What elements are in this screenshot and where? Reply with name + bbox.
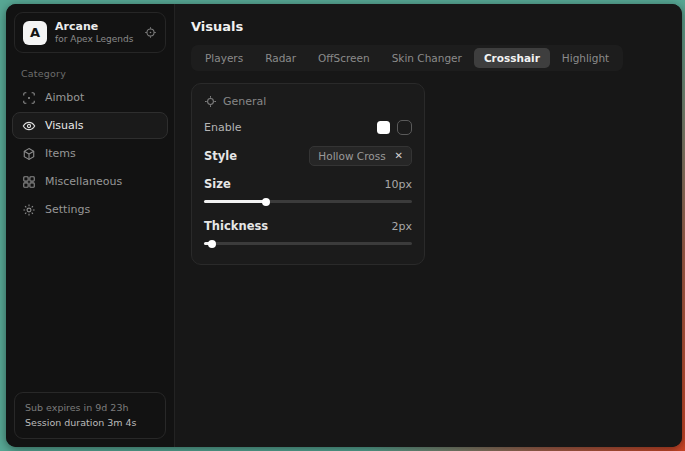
tab-bar: Players Radar OffScreen Skin Changer Cro…	[191, 45, 623, 71]
sidebar-item-label: Miscellaneous	[45, 175, 122, 188]
enable-label: Enable	[204, 121, 241, 134]
sidebar-item-settings[interactable]: Settings	[12, 196, 168, 223]
enable-controls	[377, 120, 412, 135]
general-panel: General Enable Style Hollow Cross ✕ Size	[191, 83, 425, 265]
slider-track	[204, 242, 412, 245]
enable-row: Enable	[204, 120, 412, 135]
subscription-card: Sub expires in 9d 23h Session duration 3…	[14, 392, 166, 439]
slider-thumb[interactable]	[262, 198, 270, 206]
crosshair-icon	[204, 95, 217, 108]
panel-header: General	[204, 95, 412, 108]
tab-skin-changer[interactable]: Skin Changer	[382, 48, 472, 68]
app-name: Arcane	[55, 20, 133, 34]
page-title: Visuals	[191, 19, 666, 34]
style-label: Style	[204, 149, 237, 163]
tab-highlight[interactable]: Highlight	[552, 48, 619, 68]
cube-icon	[22, 147, 36, 161]
app-logo: A	[23, 21, 47, 45]
thickness-value: 2px	[392, 220, 413, 233]
app-window: A Arcane for Apex Legends Category	[6, 4, 682, 447]
slider-fill	[204, 200, 266, 203]
sidebar-item-aimbot[interactable]: Aimbot	[12, 84, 168, 111]
grid-icon	[22, 175, 36, 189]
tab-offscreen[interactable]: OffScreen	[308, 48, 380, 68]
style-row: Style Hollow Cross ✕	[204, 146, 412, 166]
thickness-label: Thickness	[204, 219, 268, 233]
app-title-block: Arcane for Apex Legends	[55, 20, 133, 45]
aimbot-scan-icon	[22, 91, 36, 105]
slider-thumb[interactable]	[208, 240, 216, 248]
sidebar-nav: Aimbot Visuals Items	[6, 84, 174, 223]
tab-crosshair[interactable]: Crosshair	[474, 48, 550, 68]
app-subtitle: for Apex Legends	[55, 34, 133, 45]
sidebar-item-visuals[interactable]: Visuals	[12, 112, 168, 139]
tab-players[interactable]: Players	[195, 48, 253, 68]
size-label: Size	[204, 177, 231, 191]
thickness-label-row: Thickness 2px	[204, 219, 412, 233]
sidebar: A Arcane for Apex Legends Category	[6, 4, 175, 447]
size-value: 10px	[385, 178, 413, 191]
thickness-slider[interactable]	[204, 239, 412, 248]
close-icon[interactable]: ✕	[395, 151, 403, 161]
enable-checkbox[interactable]	[397, 120, 412, 135]
sidebar-item-label: Visuals	[45, 119, 84, 132]
tab-radar[interactable]: Radar	[255, 48, 306, 68]
color-swatch[interactable]	[377, 121, 390, 134]
sub-expires-text: Sub expires in 9d 23h	[25, 400, 155, 416]
sidebar-item-label: Settings	[45, 203, 90, 216]
main-content: Visuals Players Radar OffScreen Skin Cha…	[175, 4, 682, 447]
size-row: Size 10px	[204, 177, 412, 206]
sidebar-item-label: Aimbot	[45, 91, 84, 104]
size-label-row: Size 10px	[204, 177, 412, 191]
sidebar-item-label: Items	[45, 147, 76, 160]
eye-icon	[22, 119, 36, 133]
gear-icon	[22, 203, 36, 217]
target-icon	[144, 26, 157, 39]
logo-card: A Arcane for Apex Legends	[14, 12, 166, 53]
category-label: Category	[21, 68, 174, 79]
sidebar-item-miscellaneous[interactable]: Miscellaneous	[12, 168, 168, 195]
style-value: Hollow Cross	[318, 150, 385, 162]
session-duration-text: Session duration 3m 4s	[25, 415, 155, 431]
size-slider[interactable]	[204, 197, 412, 206]
thickness-row: Thickness 2px	[204, 219, 412, 248]
style-chip[interactable]: Hollow Cross ✕	[309, 146, 412, 166]
sidebar-item-items[interactable]: Items	[12, 140, 168, 167]
panel-header-label: General	[223, 95, 266, 108]
